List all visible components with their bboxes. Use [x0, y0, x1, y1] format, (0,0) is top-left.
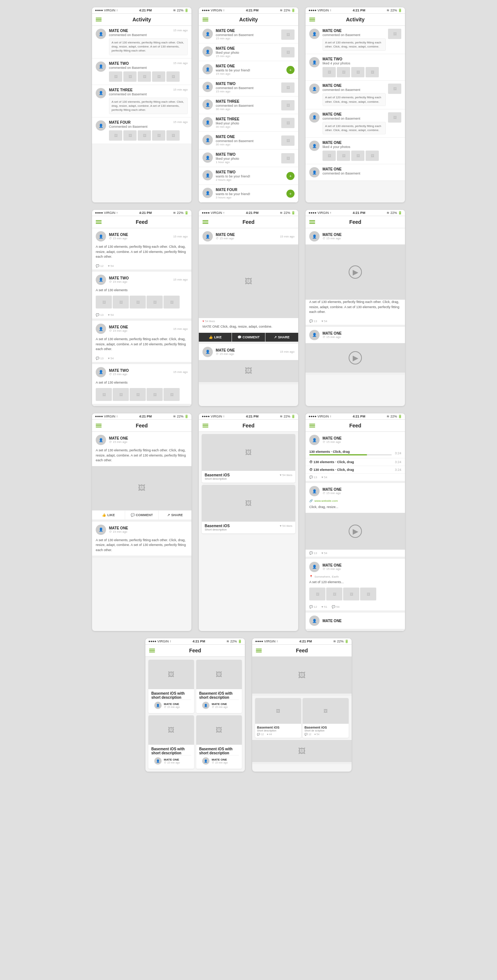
user-name: MATE FOUR [216, 188, 250, 192]
activity-content: MATE TWO wants to be your friend! 2 hour… [216, 170, 295, 181]
friend-add-button[interactable]: + [287, 172, 295, 180]
activity-item: 👤 MATE ONE commented on Basement A set o… [306, 26, 405, 54]
user-name: MATE ONE [216, 135, 254, 139]
share-button[interactable]: ↗ SHARE [266, 333, 298, 342]
time: 15 min ago [173, 120, 188, 124]
play-icon[interactable]: ▶ [349, 351, 362, 364]
avatar: 👤 [202, 117, 213, 127]
share-label: SHARE [171, 513, 183, 517]
avatar: 👤 [202, 757, 209, 765]
signal: ●●●● VIRGIN ↑ [95, 8, 118, 12]
feed-list: 👤 MATE ONE ⏱ 15 min ago A set of 130 ele… [92, 432, 191, 558]
feed-header: 👤 MATE ONE ⏱ 15 min ago [92, 432, 191, 448]
avatar: 👤 [96, 367, 106, 377]
comment-button[interactable]: 💬 COMMENT [125, 511, 158, 519]
phone-feed-2: ●●●● VIRGIN ↑ 4:21 PM ≋ 22% 🔋 Feed 👤 MAT… [199, 210, 298, 406]
menu-icon[interactable] [202, 220, 209, 224]
photo-thumb: 🖼 [326, 587, 342, 600]
menu-icon[interactable] [256, 649, 262, 652]
phone-feed-5: ●●●● VIRGIN ↑ 4:21 PM ≋ 22% 🔋 Feed 🖼 Bas… [199, 414, 298, 631]
activity-item: 👤 MATE ONE liked your photo 15 min ago 🖼 [199, 43, 298, 61]
photo-row: 🖼 🖼 🖼 🖼 [322, 151, 401, 161]
avatar: 👤 [202, 29, 213, 39]
image-placeholder-icon: 🖼 [245, 449, 252, 457]
friend-add-button[interactable]: + [287, 66, 295, 74]
like-label: LIKE [214, 336, 221, 339]
top-bar: Feed [199, 216, 298, 228]
menu-icon[interactable] [96, 424, 102, 427]
photo-thumb: 🖼 [147, 296, 163, 309]
play-icon[interactable]: ▶ [349, 266, 362, 279]
photo-thumb: 🖼 [109, 130, 122, 141]
comment-label: COMMENT [136, 513, 153, 517]
image-placeholder-icon: 🖼 [298, 747, 306, 756]
feed-text: A set of 130 elements [92, 380, 191, 388]
photo-thumb: 🖼 [366, 67, 379, 77]
activity-item: 👤 MATE ONE 15 min ago commented on Basem… [92, 26, 191, 59]
feed-user: MATE ONE ⏱ 15 min ago [322, 233, 401, 240]
card-info: Basement iOS Short de scription 💬 12 ♥ 5… [303, 724, 349, 738]
feed-stats: 💬 12 ♥ 51 💬 54 [306, 603, 405, 610]
battery: ≋ 22% 🔋 [280, 415, 295, 418]
menu-icon[interactable] [309, 424, 315, 427]
menu-icon[interactable] [96, 220, 102, 224]
activity-content: MATE TWO liked your photo 1 hour ago 🖼 [216, 153, 295, 164]
user-name: MATE ONE [322, 331, 401, 336]
photo-grid: 🖼 🖼 🖼 🖼 [306, 587, 405, 603]
activity-item: 👤 MATE ONE commented on Basement A set o… [306, 81, 405, 109]
play-icon[interactable]: ▶ [349, 525, 362, 538]
like-button[interactable]: 👍 LIKE [199, 333, 232, 342]
track-name: ⏱ 130 elements · Click, drag [309, 468, 392, 472]
menu-icon[interactable] [309, 18, 315, 21]
feed-item: 🖼 [252, 657, 352, 696]
comment-icon: 💬 [237, 336, 242, 339]
card-info: Basement iOS ♥ 54 likes Short descriptio… [202, 522, 295, 533]
share-button[interactable]: ↗ SHARE [159, 511, 191, 519]
feed-header: 👤 MATE ONE ⏱ 15 min ago 15 min ago [92, 321, 191, 337]
activity-text: A set of 130 elements, perfectly fitting… [322, 38, 386, 51]
comment-button[interactable]: 💬 COMMENT [232, 333, 265, 342]
link-url[interactable]: www.website.com [314, 499, 338, 503]
activity-item: 👤 MATE TWO liked 4 your photos 🖼 🖼 🖼 🖼 [306, 54, 405, 81]
feed-stats: 💬 13 ♥ 54 [92, 355, 191, 362]
battery: ≋ 22% 🔋 [387, 415, 402, 418]
user-name: MATE ONE [322, 487, 401, 492]
menu-icon[interactable] [309, 220, 315, 224]
user-name: MATE TWO [109, 62, 129, 65]
music-track: ⏱ 130 elements · Click, drag 3:24 [306, 458, 405, 466]
status-bar: ●●●● VIRGIN ↑ 4:21 PM ≋ 22% 🔋 [306, 210, 405, 216]
photo-thumb: 🖼 [351, 151, 365, 161]
photo-thumb: 🖼 [96, 296, 112, 309]
card-desc: Short description [205, 477, 292, 480]
photo-thumb: 🖼 [130, 388, 146, 401]
action-desc: wants to be your friend! [216, 175, 250, 178]
row-1: ●●●● VIRGIN ↑ 4:21 PM ≋ 22% 🔋 Activity 👤… [92, 7, 405, 202]
activity-content: MATE ONE liked 4 your photos 🖼 🖼 🖼 🖼 [322, 141, 401, 161]
phone-activity-3: ●●●● VIRGIN ↑ 4:21 PM ≋ 22% 🔋 Activity 👤… [306, 7, 405, 202]
progress-fill [309, 454, 367, 455]
time: 15 min ago [173, 88, 188, 92]
menu-icon[interactable] [96, 18, 102, 21]
time: 4:21 PM [246, 211, 258, 215]
friend-add-button[interactable]: + [287, 189, 295, 198]
action-desc: liked your photo [216, 51, 239, 54]
menu-icon[interactable] [202, 424, 209, 427]
card-title: Basement iOS with short description [151, 747, 191, 755]
feed-text: MATE ONE Click, drag, resize, adapt, com… [199, 325, 298, 332]
action-desc: liked your photo [216, 121, 239, 125]
user-name: MATE ONE [322, 563, 401, 567]
avatar: 👤 [309, 57, 320, 67]
menu-icon[interactable] [202, 18, 209, 21]
link-meta: 🔗 www.website.com [306, 499, 405, 505]
card-title: Basement iOS [304, 725, 347, 729]
card-title: Basement iOS [205, 524, 230, 528]
photo-thumb: 🖼 [322, 151, 336, 161]
time: 15 min ago [216, 90, 254, 93]
action-desc: commented on Basement [322, 88, 386, 92]
video-preview-partial: ▶ [306, 343, 405, 372]
like-button[interactable]: 👍 LIKE [92, 511, 125, 519]
feed-user: MATE ONE ⏱ 15 min ago [109, 233, 170, 240]
time: 4:21 PM [353, 211, 365, 215]
post-time: ⏱ 15 min ago [109, 237, 170, 240]
menu-icon[interactable] [149, 649, 155, 652]
